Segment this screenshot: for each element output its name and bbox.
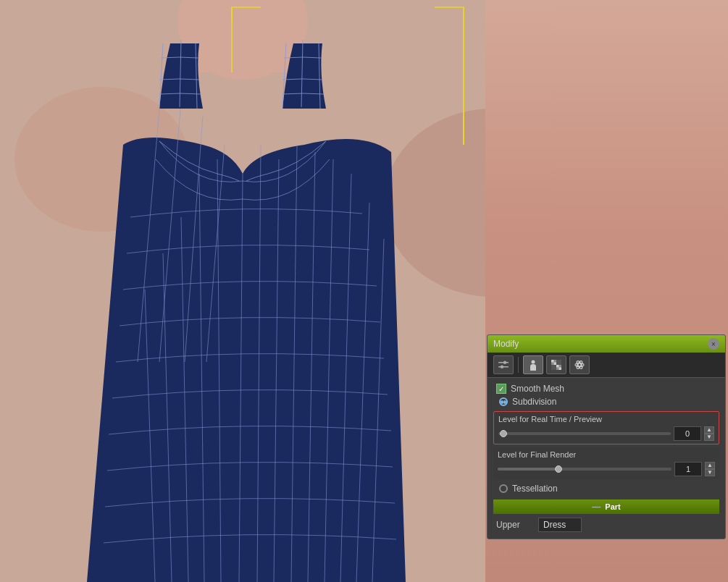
final-render-level-spinner: ▲ ▼ <box>705 462 715 476</box>
part-section-divider: — Part <box>493 499 719 514</box>
svg-rect-49 <box>556 365 559 368</box>
subdivision-row: Subdivision <box>493 395 719 408</box>
realtime-level-slider-row: 0 ▲ ▼ <box>498 426 714 441</box>
modify-panel: Modify × <box>487 334 726 539</box>
final-render-level-track[interactable] <box>498 468 671 471</box>
tessellation-radio[interactable] <box>499 484 508 493</box>
toolbar-atom-button[interactable] <box>569 355 590 374</box>
final-render-level-value[interactable]: 1 <box>674 462 702 476</box>
svg-rect-48 <box>554 368 557 371</box>
final-render-level-section: Level for Final Render 1 ▲ ▼ <box>493 447 719 479</box>
toolbar-adjust-button[interactable] <box>493 355 514 374</box>
panel-titlebar: Modify × <box>488 335 725 353</box>
tessellation-label: Tessellation <box>512 484 558 494</box>
svg-point-37 <box>532 360 535 364</box>
final-render-level-thumb[interactable] <box>555 465 562 473</box>
svg-rect-2 <box>196 0 290 72</box>
subdivision-label: Subdivision <box>512 397 556 407</box>
part-section-label: Part <box>605 502 620 511</box>
smooth-mesh-label: Smooth Mesh <box>511 384 564 394</box>
upper-label: Upper <box>496 520 532 530</box>
realtime-level-thumb[interactable] <box>500 430 507 437</box>
toolbar-separator-1 <box>518 357 519 373</box>
final-render-level-slider-row: 1 ▲ ▼ <box>498 462 715 476</box>
smooth-mesh-checkbox[interactable]: ✓ <box>496 384 506 394</box>
toolbar-checkerboard-button[interactable] <box>546 355 566 374</box>
toolbar-figure-button[interactable] <box>523 355 543 374</box>
realtime-level-label: Level for Real Time / Preview <box>498 415 714 423</box>
panel-content: ✓ Smooth Mesh Subdivision Level for Real… <box>488 378 725 539</box>
final-render-level-down[interactable]: ▼ <box>705 469 715 476</box>
subdivision-radio[interactable] <box>499 397 508 406</box>
realtime-level-spinner: ▲ ▼ <box>704 426 714 441</box>
close-button[interactable]: × <box>708 338 719 350</box>
svg-rect-44 <box>554 363 557 366</box>
smooth-mesh-row: ✓ Smooth Mesh <box>493 382 719 395</box>
realtime-level-down[interactable]: ▼ <box>704 434 714 441</box>
realtime-level-up[interactable]: ▲ <box>704 426 714 434</box>
realtime-level-track[interactable] <box>498 432 671 435</box>
upper-value: Dress <box>538 518 582 532</box>
svg-point-36 <box>501 366 503 368</box>
svg-rect-50 <box>559 368 562 371</box>
svg-rect-47 <box>551 365 554 368</box>
realtime-level-value[interactable]: 0 <box>674 426 701 441</box>
svg-point-33 <box>503 361 506 364</box>
mesh-display <box>0 0 485 582</box>
final-render-level-label: Level for Final Render <box>498 450 715 459</box>
realtime-level-section: Level for Real Time / Preview 0 ▲ ▼ <box>493 411 719 444</box>
svg-rect-45 <box>556 360 559 363</box>
panel-toolbar <box>488 353 725 378</box>
final-render-level-up[interactable]: ▲ <box>705 462 715 469</box>
tessellation-row: Tessellation <box>493 482 719 495</box>
svg-rect-46 <box>559 363 562 366</box>
panel-title: Modify <box>493 339 519 349</box>
upper-part-row: Upper Dress <box>493 515 719 534</box>
svg-rect-43 <box>551 360 554 363</box>
